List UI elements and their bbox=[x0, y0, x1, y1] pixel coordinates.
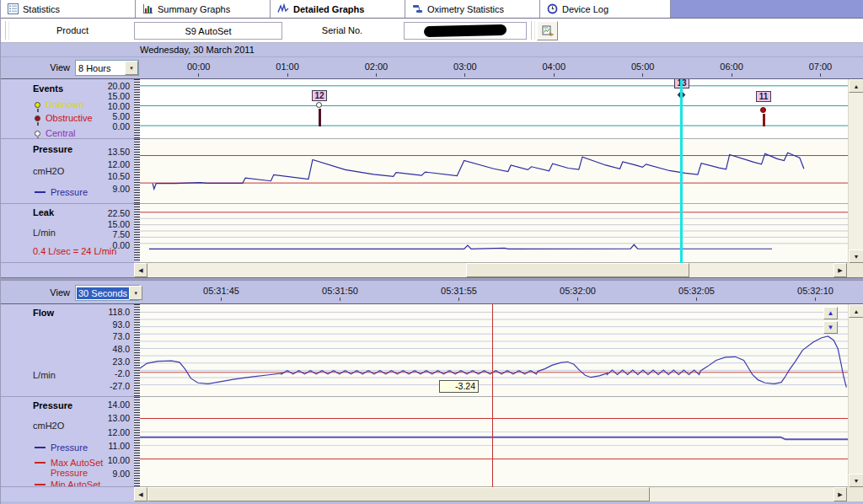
scroll-right-icon[interactable]: ▶ bbox=[834, 487, 847, 501]
time-tick: 06:00 bbox=[687, 62, 775, 77]
y-axis-tick: 11.00 bbox=[109, 441, 131, 451]
product-label: Product bbox=[26, 25, 119, 35]
leak-plot[interactable] bbox=[140, 204, 848, 263]
top-view-row: View 8 Hours ▼ 00:0001:0002:0003:0004:00… bbox=[1, 57, 863, 78]
statistics-icon bbox=[8, 3, 19, 14]
scrollbar-corner bbox=[847, 487, 863, 501]
time-tick: 03:00 bbox=[421, 62, 509, 77]
oximetry-icon bbox=[412, 3, 423, 14]
time-tick: 05:32:05 bbox=[637, 286, 756, 301]
tab-device-log[interactable]: Device Log bbox=[540, 0, 671, 18]
product-value: S9 AutoSet bbox=[134, 22, 282, 40]
scroll-up-icon[interactable]: ▲ bbox=[849, 304, 863, 318]
tab-label: Oximetry Statistics bbox=[427, 4, 504, 14]
tab-oximetry-statistics[interactable]: Oximetry Statistics bbox=[405, 0, 540, 18]
chevron-down-icon[interactable]: ▼ bbox=[125, 61, 138, 75]
pressure-plot[interactable] bbox=[140, 139, 848, 204]
tab-label: Detailed Graphs bbox=[293, 4, 364, 14]
toolbar-grip bbox=[531, 21, 535, 40]
pressure-detail-chart bbox=[140, 397, 848, 486]
view-label: View bbox=[35, 287, 70, 298]
scroll-down-icon[interactable]: ▼ bbox=[849, 474, 863, 487]
red-line-icon bbox=[35, 462, 46, 464]
pressure-panel-label: Pressure cmH2O Pressure 13.5012.0010.509… bbox=[1, 139, 134, 204]
time-tick: 04:00 bbox=[510, 62, 598, 77]
scroll-left-icon[interactable]: ◀ bbox=[134, 487, 147, 501]
hscroll-spacer bbox=[1, 263, 134, 277]
y-axis-tick: -2.0 bbox=[115, 368, 130, 378]
events-plot[interactable]: 12 13 11 bbox=[140, 79, 848, 139]
scale-up-button[interactable]: ▲ bbox=[823, 307, 838, 319]
bottom-vertical-scrollbar[interactable]: ▲ ▼ bbox=[848, 304, 863, 487]
time-tick: 05:31:50 bbox=[281, 286, 399, 301]
event-marker-label[interactable]: 11 bbox=[756, 91, 771, 102]
y-axis-tick: 15.00 bbox=[108, 91, 130, 101]
scroll-up-icon[interactable]: ▲ bbox=[849, 79, 863, 93]
tab-detailed-graphs[interactable]: Detailed Graphs bbox=[271, 0, 405, 18]
chevron-down-icon[interactable]: ▼ bbox=[129, 286, 142, 300]
top-time-axis: 00:0001:0002:0003:0004:0005:0006:0007:00 bbox=[154, 62, 863, 77]
top-hscroll-track[interactable]: ◀ ▶ bbox=[134, 263, 847, 277]
leak-unit: L/min bbox=[33, 228, 56, 238]
y-axis-tick: 12.00 bbox=[108, 159, 130, 169]
pressure-detail-unit: cmH2O bbox=[33, 421, 64, 431]
time-tick: 00:00 bbox=[154, 62, 243, 77]
view-dropdown-bottom[interactable]: 30 Seconds ▼ bbox=[75, 285, 139, 301]
legend-unknown: Unknown bbox=[35, 99, 84, 110]
central-pin-icon bbox=[316, 102, 322, 108]
top-horizontal-scrollbar: ◀ ▶ bbox=[1, 263, 863, 277]
pressure-axis-ruler bbox=[134, 139, 140, 204]
leak-title: Leak bbox=[33, 207, 54, 217]
graph-settings-button[interactable] bbox=[537, 21, 558, 40]
event-stem bbox=[763, 114, 765, 126]
y-axis-tick: 0.00 bbox=[113, 121, 130, 131]
top-hscroll-thumb[interactable] bbox=[466, 263, 689, 277]
legend-min-autoset: Min AutoSet bbox=[35, 480, 100, 487]
toolbar-grip bbox=[5, 21, 9, 40]
events-panel-label: Events Unknown Obstructive Central 20.00… bbox=[1, 79, 134, 139]
tab-statistics[interactable]: Statistics bbox=[1, 0, 136, 18]
flow-unit: L/min bbox=[33, 370, 56, 380]
pressure-detail-panel-label: Pressure cmH2O Pressure Max AutoSet Pres… bbox=[1, 397, 134, 487]
red-line-icon bbox=[35, 484, 46, 485]
scroll-right-icon[interactable]: ▶ bbox=[834, 263, 847, 277]
tab-summary-graphs[interactable]: Summary Graphs bbox=[136, 0, 271, 18]
blue-line-icon bbox=[35, 447, 46, 448]
toolbar: Product S9 AutoSet Serial No. bbox=[1, 19, 863, 43]
scroll-left-icon[interactable]: ◀ bbox=[134, 263, 147, 277]
y-axis-tick: 0.00 bbox=[113, 240, 130, 250]
y-axis-tick: -27.0 bbox=[110, 381, 130, 391]
y-axis-tick: 9.00 bbox=[113, 469, 130, 479]
time-tick: 07:00 bbox=[776, 62, 863, 77]
pressure-detail-y-axis: 14.0013.0012.0011.0010.009.00 bbox=[79, 399, 130, 479]
flow-chart bbox=[140, 304, 848, 396]
time-tick: 05:00 bbox=[598, 62, 687, 77]
y-axis-tick: 14.00 bbox=[108, 399, 130, 410]
top-vscroll-track[interactable] bbox=[849, 93, 863, 249]
flow-axis-ruler bbox=[134, 304, 140, 397]
pressure-detail-plot[interactable] bbox=[140, 397, 848, 487]
view-dropdown-bottom-value: 30 Seconds bbox=[77, 287, 129, 299]
bottom-vscroll-track[interactable] bbox=[849, 318, 863, 474]
events-title: Events bbox=[33, 83, 63, 94]
flow-plot[interactable]: ▲ ▼ bbox=[140, 304, 848, 397]
y-axis-tick: 48.0 bbox=[113, 344, 130, 354]
bottom-hscroll-track[interactable]: ◀ ▶ bbox=[134, 487, 847, 501]
y-axis-tick: 9.00 bbox=[113, 184, 130, 194]
leak-axis-ruler bbox=[134, 204, 140, 263]
pressure-detail-axis-ruler bbox=[134, 397, 140, 487]
flow-title: Flow bbox=[33, 308, 54, 318]
event-marker-label[interactable]: 12 bbox=[312, 90, 327, 101]
scale-down-button[interactable]: ▼ bbox=[823, 321, 838, 334]
tab-bar: Statistics Summary Graphs Detailed Graph… bbox=[1, 0, 863, 19]
resscan-window: Statistics Summary Graphs Detailed Graph… bbox=[0, 0, 863, 504]
bottom-hscroll-thumb[interactable] bbox=[147, 487, 650, 501]
line-chart-icon bbox=[277, 3, 289, 14]
y-axis-tick: 15.00 bbox=[108, 219, 130, 229]
crosshair-line bbox=[492, 304, 493, 487]
scroll-down-icon[interactable]: ▼ bbox=[849, 249, 863, 263]
top-vertical-scrollbar[interactable]: ▲ ▼ bbox=[848, 79, 863, 263]
obstructive-pin-icon bbox=[760, 107, 766, 113]
view-dropdown-top[interactable]: 8 Hours ▼ bbox=[75, 60, 139, 76]
serial-value bbox=[404, 22, 527, 40]
